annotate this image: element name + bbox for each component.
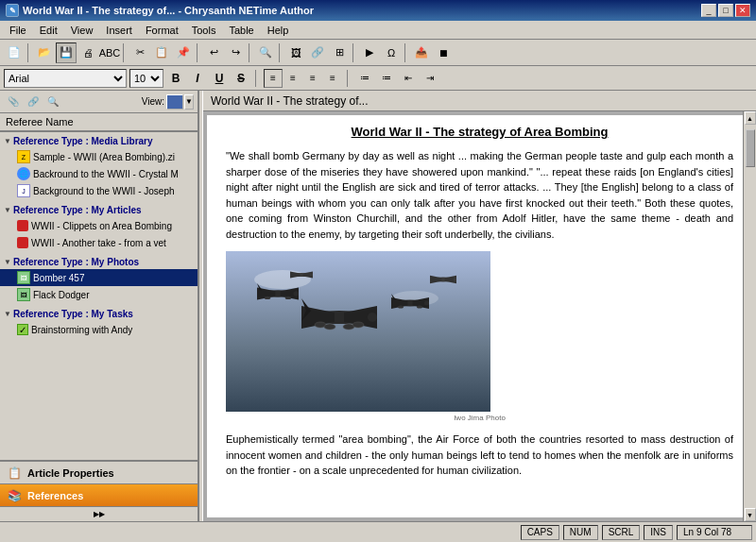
open-button[interactable]: 📂 <box>34 42 55 63</box>
left-panel: 📎 🔗 🔍 View: ▼ Referee Name ▼ Reference T… <box>0 91 198 521</box>
view-arrow[interactable]: ▼ <box>184 94 194 110</box>
section-header-photos[interactable]: ▼ Reference Type : My Photos <box>0 255 198 269</box>
print-button[interactable]: 🖨 <box>77 42 98 63</box>
svg-point-34 <box>310 274 313 277</box>
format-bar: Arial 10 B I U S ≡ ≡ ≡ ≡ ≔ ≔ ⇤ ⇥ <box>0 66 756 91</box>
view-dropdown[interactable]: ▼ <box>166 94 194 110</box>
bomber-image <box>226 251 490 412</box>
paste-button[interactable]: 📌 <box>173 42 194 63</box>
numbering-button[interactable]: ≔ <box>377 69 396 88</box>
bold-button[interactable]: B <box>166 69 185 88</box>
list-item[interactable]: WWII - Another take - from a vet <box>0 234 198 251</box>
align-right-button[interactable]: ≡ <box>303 69 322 88</box>
menu-tools[interactable]: Tools <box>186 23 222 38</box>
menu-table[interactable]: Table <box>223 23 259 38</box>
tb-sep-6 <box>352 43 356 62</box>
align-group: ≡ ≡ ≡ ≡ <box>264 69 342 88</box>
list-item[interactable]: 🖼 Bomber 457 <box>0 269 198 286</box>
title-bar: ✎ World War II - The strategy of... - Ch… <box>0 0 756 21</box>
panel-btn-2[interactable]: 🔗 <box>24 93 43 110</box>
scroll-down[interactable]: ▼ <box>745 508 756 521</box>
section-triangle: ▼ <box>4 206 11 214</box>
find-button[interactable]: 🔍 <box>255 42 276 63</box>
menu-view[interactable]: View <box>65 23 99 38</box>
main-area: 📎 🔗 🔍 View: ▼ Referee Name ▼ Reference T… <box>0 91 756 521</box>
section-my-photos: ▼ Reference Type : My Photos 🖼 Bomber 45… <box>0 253 198 305</box>
link-button[interactable]: 🔗 <box>307 42 328 63</box>
publish-button[interactable]: 📤 <box>411 42 432 63</box>
svg-point-26 <box>424 301 429 306</box>
svg-point-30 <box>454 278 457 281</box>
references-icon: 📚 <box>8 489 22 502</box>
doc-heading: World War II - The strategy of Area Bomb… <box>226 125 733 139</box>
maximize-button[interactable]: □ <box>718 4 733 17</box>
panel-btn-3[interactable]: 🔍 <box>43 93 62 110</box>
bomber-svg <box>226 251 490 412</box>
svg-point-24 <box>398 306 404 309</box>
status-bar: CAPS NUM SCRL INS Ln 9 Col 78 <box>0 521 756 542</box>
scroll-up[interactable]: ▲ <box>745 111 756 125</box>
zip-icon: Z <box>17 150 30 163</box>
menu-format[interactable]: Format <box>140 23 184 38</box>
minimize-button[interactable]: _ <box>701 4 716 17</box>
menu-edit[interactable]: Edit <box>34 23 63 38</box>
window-controls[interactable]: _ □ ✕ <box>701 4 750 17</box>
list-item[interactable]: 🖼 Flack Dodger <box>0 286 198 303</box>
doc-tab[interactable]: World War II - The strategy of... <box>203 91 756 111</box>
align-left-button[interactable]: ≡ <box>264 69 283 88</box>
font-size-select[interactable]: 10 <box>129 69 163 88</box>
status-position: Ln 9 Col 78 <box>677 525 752 540</box>
align-justify-button[interactable]: ≡ <box>323 69 342 88</box>
list-item[interactable]: 🌐 Backround to the WWII - Crystal M <box>0 165 198 182</box>
font-select[interactable]: Arial <box>4 69 127 88</box>
image-button[interactable]: 🖼 <box>285 42 306 63</box>
copy-button[interactable]: 📋 <box>151 42 172 63</box>
spell-button[interactable]: ABC <box>99 42 120 63</box>
section-header-media[interactable]: ▼ Reference Type : Media Library <box>0 134 198 148</box>
section-my-articles: ▼ Reference Type : My Articles WWII - Cl… <box>0 201 198 253</box>
symbol-button[interactable]: Ω <box>381 42 402 63</box>
list-item[interactable]: WWII - Clippets on Area Bombing <box>0 217 198 234</box>
close-button[interactable]: ✕ <box>735 4 750 17</box>
bullets-button[interactable]: ≔ <box>355 69 374 88</box>
section-media-library: ▼ Reference Type : Media Library Z Sampl… <box>0 132 198 201</box>
menu-file[interactable]: File <box>4 23 32 38</box>
article-properties-panel[interactable]: 📋 Article Properties <box>0 461 198 483</box>
app-icon: ✎ <box>6 4 19 17</box>
redo-button[interactable]: ↪ <box>225 42 246 63</box>
doc-paragraph-1: "We shall bomb Germany by day as well as… <box>226 148 733 242</box>
scrollbar[interactable]: ▲ ▼ <box>743 111 756 521</box>
menu-help[interactable]: Help <box>262 23 295 38</box>
panel-btn-1[interactable]: 📎 <box>4 93 23 110</box>
list-item[interactable]: J Background to the WWII - Joseph <box>0 182 198 199</box>
new-button[interactable]: 📄 <box>4 42 25 63</box>
media-button[interactable]: ▶ <box>359 42 380 63</box>
list-item[interactable]: Z Sample - WWII (Area Bombing).zi <box>0 148 198 165</box>
panel-expand[interactable]: ▶▶ <box>0 506 198 521</box>
strikethrough-button[interactable]: S <box>232 69 250 88</box>
list-item[interactable]: ✓ Brainstorming with Andy <box>0 321 198 338</box>
align-center-button[interactable]: ≡ <box>284 69 302 88</box>
table-button[interactable]: ⊞ <box>329 42 350 63</box>
section-header-articles[interactable]: ▼ Reference Type : My Articles <box>0 203 198 217</box>
tb-sep-5 <box>279 43 283 62</box>
right-panel: World War II - The strategy of... World … <box>203 91 756 521</box>
outdent-button[interactable]: ⇤ <box>399 69 418 88</box>
italic-button[interactable]: I <box>188 69 207 88</box>
menu-insert[interactable]: Insert <box>100 23 138 38</box>
doc-icon: J <box>17 184 30 197</box>
bottom-panels: 📋 Article Properties 📚 References <box>0 460 198 506</box>
title-bar-text: World War II - The strategy of... - Chry… <box>23 5 314 16</box>
save-button[interactable]: 💾 <box>56 42 77 63</box>
section-header-tasks[interactable]: ▼ Reference Type : My Tasks <box>0 307 198 321</box>
underline-button[interactable]: U <box>210 69 229 88</box>
cut-button[interactable]: ✂ <box>129 42 150 63</box>
document-area[interactable]: World War II - The strategy of Area Bomb… <box>207 115 752 517</box>
scroll-thumb[interactable] <box>746 129 755 167</box>
stop-button[interactable]: ⏹ <box>433 42 454 63</box>
references-panel[interactable]: 📚 References <box>0 483 198 506</box>
status-scrl: SCRL <box>602 525 641 540</box>
indent-button[interactable]: ⇥ <box>421 69 439 88</box>
undo-button[interactable]: ↩ <box>203 42 224 63</box>
red-icon <box>17 220 28 231</box>
